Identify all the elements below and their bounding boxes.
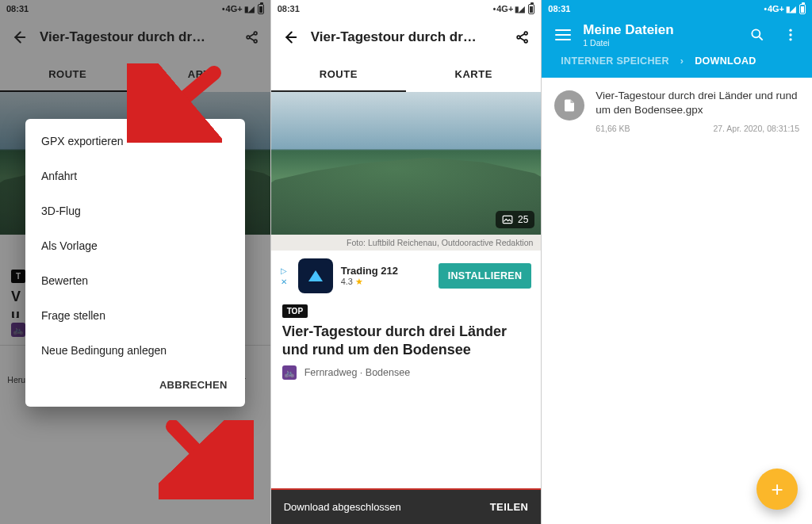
menu-new-condition[interactable]: Neue Bedingung anlegen [25,333,245,368]
top-badge: TOP [282,304,308,318]
hero-image[interactable]: 25 [271,92,542,235]
tour-title: Vier-Tagestour durch drei Länder und run… [271,318,542,361]
ad-app-name: Trading 212 [341,265,431,277]
photo-caption: Foto: Luftbild Reichenau, Outdooractive … [271,235,542,251]
file-icon [554,90,584,120]
status-time: 08:31 [278,4,300,13]
signal-icon: ▮◢ [786,5,795,13]
status-bar: 08:31 • 4G+ ▮◢ [542,0,812,17]
file-size: 61,66 KB [596,124,630,133]
files-appbar: Meine Dateien 1 Datei INTERNER SPEICHER … [542,17,812,78]
tour-meta: Fernradweg · Bodensee [304,367,410,378]
battery-icon [528,4,534,14]
fab-add[interactable]: + [756,469,798,510]
ad-banner[interactable]: ▷✕ Trading 212 4.3 ★ INSTALLIEREN [271,251,542,301]
files-title: Meine Dateien [583,22,673,38]
svg-point-11 [789,29,791,32]
modal-scrim[interactable]: GPX exportieren Anfahrt 3D-Flug Als Vorl… [0,0,270,524]
svg-point-10 [752,29,760,37]
photo-count-badge[interactable]: 25 [496,211,534,228]
battery-icon [799,4,806,14]
page-title: Vier-Tagestour durch dr… [311,29,502,45]
file-date: 27. Apr. 2020, 08:31:15 [713,124,799,133]
svg-rect-9 [503,216,512,223]
menu-3d-flight[interactable]: 3D-Flug [25,193,245,228]
menu-as-template[interactable]: Als Vorlage [25,228,245,263]
svg-point-7 [525,32,528,35]
snackbar-action[interactable]: TEILEN [490,501,529,513]
status-bar: 08:31 • 4G+ ▮◢ [271,0,542,17]
status-time: 08:31 [548,4,570,13]
back-icon[interactable] [279,27,300,48]
snackbar-message: Download abgeschlossen [284,501,401,513]
ad-app-rating: 4.3 ★ [341,277,431,287]
status-network: 4G+ [768,4,784,13]
ad-info-icon[interactable]: ▷✕ [281,266,287,286]
svg-point-13 [789,38,791,40]
svg-point-6 [518,36,521,39]
status-network: 4G+ [496,4,513,13]
menu-directions[interactable]: Anfahrt [25,159,245,193]
files-subtitle: 1 Datei [583,38,673,48]
screen-outdooractive-menu: 08:31 • 4G+ ▮◢ Vier-Tagestour durch dr… [0,0,271,524]
more-icon[interactable] [780,25,801,45]
crumb-internal[interactable]: INTERNER SPEICHER [561,55,668,67]
menu-cancel[interactable]: ABBRECHEN [25,368,245,399]
screen-outdooractive-detail: 08:31 • 4G+ ▮◢ Vier-Tagestour durch dr… … [271,0,542,524]
chevron-right-icon: › [680,55,684,67]
menu-rate[interactable]: Bewerten [25,263,245,298]
tab-route[interactable]: ROUTE [271,57,406,92]
tab-map[interactable]: KARTE [406,57,541,92]
screen-files-app: 08:31 • 4G+ ▮◢ Meine Dateien 1 Datei [542,0,812,524]
install-button[interactable]: INSTALLIEREN [439,263,532,289]
file-row[interactable]: Vier-Tagestour durch drei Länder und run… [542,78,812,140]
svg-point-12 [789,33,791,36]
share-icon[interactable] [512,27,533,48]
signal-icon: ▮◢ [515,5,524,13]
crumb-download[interactable]: DOWNLOAD [695,55,756,67]
app-toolbar: Vier-Tagestour durch dr… [271,17,542,57]
breadcrumb: INTERNER SPEICHER › DOWNLOAD [545,48,809,70]
file-name: Vier-Tagestour durch drei Länder und run… [596,89,799,117]
menu-gpx-export[interactable]: GPX exportieren [25,124,245,159]
menu-ask-question[interactable]: Frage stellen [25,298,245,333]
search-icon[interactable] [747,25,768,45]
svg-point-8 [525,40,528,43]
action-sheet: GPX exportieren Anfahrt 3D-Flug Als Vorl… [25,119,245,407]
tabs: ROUTE KARTE [271,57,542,92]
snackbar: Download abgeschlossen TEILEN [271,490,542,524]
menu-icon[interactable] [553,25,573,45]
ad-app-icon [298,258,333,293]
route-type-icon: 🚲 [282,365,297,380]
